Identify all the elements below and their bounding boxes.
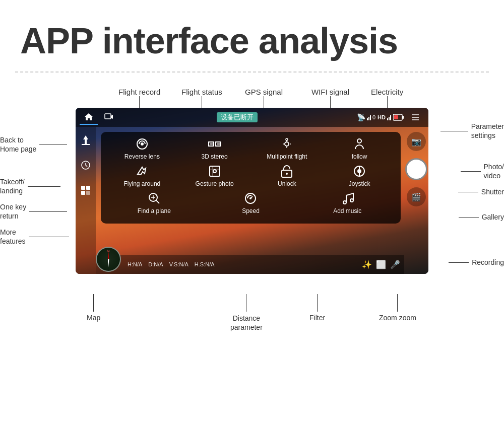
compass: N	[96, 247, 121, 272]
add-music-btn[interactable]: Add music	[327, 191, 367, 214]
menu-row-1: Reverse lens 3D stereo	[106, 137, 396, 160]
home-btn[interactable]	[80, 110, 98, 125]
find-plane-btn[interactable]: Find a plane	[134, 191, 174, 214]
3d-stereo-btn[interactable]: 3D stereo	[195, 137, 235, 160]
svg-rect-4	[402, 116, 404, 119]
svg-rect-3	[394, 115, 398, 119]
record-btn[interactable]	[100, 110, 118, 125]
app-left-sidebar	[76, 127, 96, 274]
back-home-annotation: Back toHome page	[0, 135, 67, 154]
wifi-signal-label: WIFI signal	[311, 88, 349, 96]
more-features-annotation: Morefeatures	[0, 228, 69, 246]
speed-btn[interactable]: Speed	[230, 191, 271, 214]
photo-video-annotation: Photo/video	[461, 162, 504, 180]
flight-record-label: Flight record	[118, 88, 160, 96]
joystick-btn[interactable]: Joystick	[339, 164, 380, 187]
bottom-stats: H:N/A D:N/A V.S:N/A H.S:N/A	[128, 261, 215, 267]
shutter-btn[interactable]	[405, 158, 427, 180]
photo-video-btn[interactable]: 📷	[407, 132, 426, 151]
zoom-zoom-label: Zoom zoom	[379, 314, 416, 322]
svg-point-22	[286, 173, 288, 175]
svg-point-15	[141, 142, 144, 146]
svg-rect-19	[210, 166, 220, 176]
svg-point-33	[249, 197, 251, 199]
recording-annotation: Recording	[449, 258, 504, 267]
distance-parameter-label: Distanceparameter	[230, 314, 263, 332]
bottom-right-icons: ✨ ⬜ 🎤	[362, 260, 400, 269]
flight-status-label: Flight status	[181, 88, 222, 96]
mic-icon[interactable]: 🎤	[390, 260, 400, 269]
page-title: APP interface analysis	[0, 0, 504, 71]
svg-point-20	[213, 170, 216, 173]
gps-indicator: 📡 0	[357, 113, 375, 121]
svg-line-28	[156, 200, 159, 203]
gallery-btn[interactable]: 🎬	[407, 187, 426, 206]
gesture-photo-btn[interactable]: Gesture photo	[195, 164, 235, 187]
flash-icon[interactable]: ✨	[362, 260, 372, 269]
app-topbar: 设备已断开 📡 0 HD	[76, 108, 428, 127]
more-features-btn[interactable]	[78, 182, 94, 198]
multipoint-flight-btn[interactable]: Multipoint flight	[267, 137, 307, 160]
flying-around-btn[interactable]: Flying around	[122, 164, 162, 187]
stat-vs: V.S:N/A	[169, 261, 188, 267]
svg-rect-12	[81, 191, 85, 195]
divider	[15, 71, 489, 73]
electricity-label: Electricity	[371, 88, 403, 96]
takeoff-annotation: Takeoff/landing	[0, 177, 60, 195]
app-screen: 设备已断开 📡 0 HD	[76, 108, 428, 274]
svg-rect-11	[86, 186, 90, 190]
svg-point-24	[357, 169, 361, 173]
svg-point-17	[286, 138, 288, 140]
gps-signal-label: GPS signal	[245, 88, 283, 96]
svg-point-34	[343, 201, 346, 204]
one-key-return-btn[interactable]	[78, 157, 94, 173]
follow-btn[interactable]: follow	[339, 137, 380, 160]
app-right-sidebar: 📷 🎬	[404, 127, 428, 274]
wifi-hd-indicator: HD	[377, 114, 391, 120]
reverse-lens-btn[interactable]: Reverse lens	[122, 137, 162, 160]
menu-popup: Reverse lens 3D stereo	[101, 132, 401, 224]
topbar-status-text: 设备已断开	[120, 112, 355, 122]
app-screen-container: 设备已断开 📡 0 HD	[76, 108, 428, 274]
svg-rect-8	[82, 144, 90, 145]
svg-rect-10	[81, 186, 85, 190]
svg-rect-0	[105, 114, 111, 119]
svg-point-35	[350, 199, 353, 202]
menu-row-3: Find a plane Speed	[106, 191, 396, 214]
svg-point-18	[357, 139, 361, 143]
settings-btn[interactable]	[406, 110, 424, 125]
menu-row-2: Flying around Gesture photo	[106, 164, 396, 187]
shutter-annotation: Shutter	[458, 187, 504, 196]
svg-point-16	[285, 142, 289, 146]
unlock-btn[interactable]: Unlock	[267, 164, 307, 187]
parameter-settings-annotation: Parametersettings	[440, 122, 504, 140]
frame-icon[interactable]: ⬜	[376, 260, 386, 269]
app-bottom-bar: N H:N/A D:N/A V.S:N/A H.S:N/A ✨ ⬜ 🎤	[96, 255, 404, 274]
battery-indicator	[393, 114, 404, 121]
takeoff-landing-btn[interactable]	[78, 132, 94, 148]
annotation-area: Flight record Flight status GPS signal W…	[0, 88, 504, 380]
map-label: Map	[87, 314, 100, 322]
filter-label: Filter	[309, 314, 325, 322]
gallery-annotation: Gallery	[459, 212, 504, 222]
svg-rect-13	[86, 191, 90, 195]
one-key-return-annotation: One keyreturn	[0, 202, 67, 221]
stat-hs: H.S:N/A	[195, 261, 215, 267]
stat-d: D:N/A	[148, 261, 163, 267]
stat-h: H:N/A	[128, 261, 142, 267]
